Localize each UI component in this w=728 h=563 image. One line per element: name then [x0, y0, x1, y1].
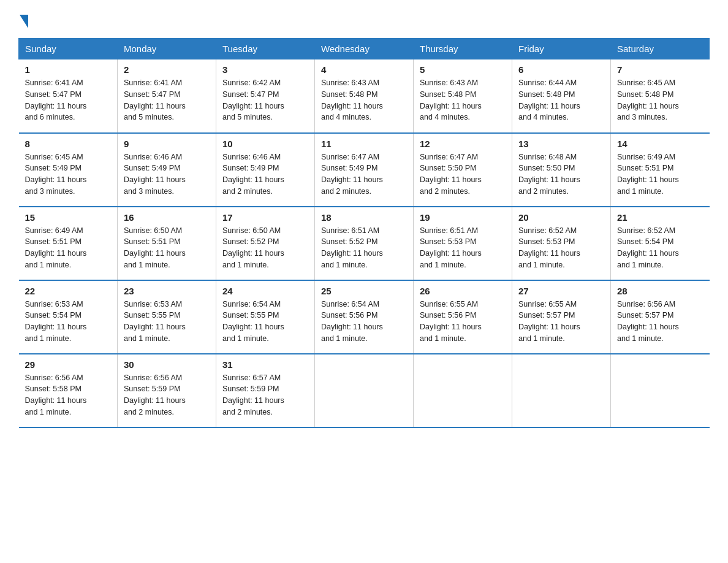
day-number: 10 — [222, 139, 308, 149]
day-info: Sunrise: 6:45 AM Sunset: 5:48 PM Dayligh… — [617, 77, 703, 123]
calendar-cell: 10 Sunrise: 6:46 AM Sunset: 5:49 PM Dayl… — [216, 133, 315, 207]
day-info: Sunrise: 6:45 AM Sunset: 5:49 PM Dayligh… — [25, 151, 112, 197]
day-info: Sunrise: 6:46 AM Sunset: 5:49 PM Dayligh… — [124, 151, 210, 197]
calendar-cell: 18 Sunrise: 6:51 AM Sunset: 5:52 PM Dayl… — [315, 207, 414, 280]
day-number: 31 — [222, 359, 308, 370]
calendar-cell: 31 Sunrise: 6:57 AM Sunset: 5:59 PM Dayl… — [216, 354, 315, 427]
calendar-cell: 14 Sunrise: 6:49 AM Sunset: 5:51 PM Dayl… — [611, 133, 710, 207]
calendar-week-row: 15 Sunrise: 6:49 AM Sunset: 5:51 PM Dayl… — [19, 207, 710, 280]
day-number: 30 — [124, 359, 210, 370]
calendar-cell — [611, 354, 710, 427]
column-header-sunday: Sunday — [19, 39, 118, 59]
calendar-cell: 5 Sunrise: 6:43 AM Sunset: 5:48 PM Dayli… — [414, 59, 512, 133]
calendar-cell: 28 Sunrise: 6:56 AM Sunset: 5:57 PM Dayl… — [611, 280, 710, 354]
calendar-cell: 21 Sunrise: 6:52 AM Sunset: 5:54 PM Dayl… — [611, 207, 710, 280]
day-number: 25 — [321, 286, 407, 296]
day-info: Sunrise: 6:49 AM Sunset: 5:51 PM Dayligh… — [617, 151, 703, 197]
day-info: Sunrise: 6:56 AM Sunset: 5:59 PM Dayligh… — [124, 372, 210, 418]
day-info: Sunrise: 6:49 AM Sunset: 5:51 PM Dayligh… — [25, 225, 112, 271]
day-info: Sunrise: 6:41 AM Sunset: 5:47 PM Dayligh… — [25, 77, 112, 123]
column-header-friday: Friday — [512, 39, 611, 59]
calendar-cell: 4 Sunrise: 6:43 AM Sunset: 5:48 PM Dayli… — [315, 59, 414, 133]
column-header-tuesday: Tuesday — [216, 39, 315, 59]
calendar-cell — [315, 354, 414, 427]
day-number: 3 — [222, 64, 308, 75]
calendar-cell — [512, 354, 611, 427]
day-info: Sunrise: 6:47 AM Sunset: 5:50 PM Dayligh… — [420, 151, 506, 197]
day-number: 17 — [222, 212, 308, 223]
day-info: Sunrise: 6:50 AM Sunset: 5:51 PM Dayligh… — [124, 225, 210, 271]
calendar-cell: 27 Sunrise: 6:55 AM Sunset: 5:57 PM Dayl… — [512, 280, 611, 354]
calendar-cell: 20 Sunrise: 6:52 AM Sunset: 5:53 PM Dayl… — [512, 207, 611, 280]
calendar-cell: 7 Sunrise: 6:45 AM Sunset: 5:48 PM Dayli… — [611, 59, 710, 133]
day-info: Sunrise: 6:47 AM Sunset: 5:49 PM Dayligh… — [321, 151, 407, 197]
day-number: 4 — [321, 64, 407, 75]
calendar-cell: 15 Sunrise: 6:49 AM Sunset: 5:51 PM Dayl… — [19, 207, 118, 280]
day-info: Sunrise: 6:42 AM Sunset: 5:47 PM Dayligh… — [222, 77, 308, 123]
calendar-cell: 26 Sunrise: 6:55 AM Sunset: 5:56 PM Dayl… — [414, 280, 512, 354]
day-number: 8 — [25, 139, 112, 149]
calendar-cell: 22 Sunrise: 6:53 AM Sunset: 5:54 PM Dayl… — [19, 280, 118, 354]
column-header-thursday: Thursday — [414, 39, 512, 59]
calendar-cell: 3 Sunrise: 6:42 AM Sunset: 5:47 PM Dayli… — [216, 59, 315, 133]
day-number: 16 — [124, 212, 210, 223]
day-info: Sunrise: 6:53 AM Sunset: 5:55 PM Dayligh… — [124, 299, 210, 345]
day-info: Sunrise: 6:43 AM Sunset: 5:48 PM Dayligh… — [321, 77, 407, 123]
day-info: Sunrise: 6:51 AM Sunset: 5:53 PM Dayligh… — [420, 225, 506, 271]
day-number: 26 — [420, 286, 506, 296]
calendar-cell — [414, 354, 512, 427]
calendar-cell: 23 Sunrise: 6:53 AM Sunset: 5:55 PM Dayl… — [118, 280, 216, 354]
day-number: 19 — [420, 212, 506, 223]
day-number: 28 — [617, 286, 703, 296]
day-number: 22 — [25, 286, 112, 296]
day-number: 15 — [25, 212, 112, 223]
calendar-week-row: 22 Sunrise: 6:53 AM Sunset: 5:54 PM Dayl… — [19, 280, 710, 354]
logo-triangle-icon — [20, 15, 28, 28]
calendar-cell: 17 Sunrise: 6:50 AM Sunset: 5:52 PM Dayl… — [216, 207, 315, 280]
day-number: 1 — [25, 64, 112, 75]
calendar-header-row: SundayMondayTuesdayWednesdayThursdayFrid… — [19, 39, 710, 59]
day-info: Sunrise: 6:44 AM Sunset: 5:48 PM Dayligh… — [518, 77, 604, 123]
day-number: 5 — [420, 64, 506, 75]
day-number: 21 — [617, 212, 703, 223]
day-number: 20 — [518, 212, 604, 223]
day-info: Sunrise: 6:41 AM Sunset: 5:47 PM Dayligh… — [124, 77, 210, 123]
calendar-cell: 11 Sunrise: 6:47 AM Sunset: 5:49 PM Dayl… — [315, 133, 414, 207]
calendar-week-row: 29 Sunrise: 6:56 AM Sunset: 5:58 PM Dayl… — [19, 354, 710, 427]
calendar-cell: 1 Sunrise: 6:41 AM Sunset: 5:47 PM Dayli… — [19, 59, 118, 133]
day-info: Sunrise: 6:53 AM Sunset: 5:54 PM Dayligh… — [25, 299, 112, 345]
day-info: Sunrise: 6:54 AM Sunset: 5:56 PM Dayligh… — [321, 299, 407, 345]
day-number: 29 — [25, 359, 112, 370]
day-info: Sunrise: 6:55 AM Sunset: 5:56 PM Dayligh… — [420, 299, 506, 345]
day-number: 2 — [124, 64, 210, 75]
day-number: 12 — [420, 139, 506, 149]
day-info: Sunrise: 6:43 AM Sunset: 5:48 PM Dayligh… — [420, 77, 506, 123]
day-info: Sunrise: 6:54 AM Sunset: 5:55 PM Dayligh… — [222, 299, 308, 345]
calendar-week-row: 1 Sunrise: 6:41 AM Sunset: 5:47 PM Dayli… — [19, 59, 710, 133]
calendar-cell: 30 Sunrise: 6:56 AM Sunset: 5:59 PM Dayl… — [118, 354, 216, 427]
day-info: Sunrise: 6:46 AM Sunset: 5:49 PM Dayligh… — [222, 151, 308, 197]
day-number: 14 — [617, 139, 703, 149]
calendar-cell: 19 Sunrise: 6:51 AM Sunset: 5:53 PM Dayl… — [414, 207, 512, 280]
column-header-monday: Monday — [118, 39, 216, 59]
calendar-week-row: 8 Sunrise: 6:45 AM Sunset: 5:49 PM Dayli… — [19, 133, 710, 207]
calendar-cell: 12 Sunrise: 6:47 AM Sunset: 5:50 PM Dayl… — [414, 133, 512, 207]
column-header-saturday: Saturday — [611, 39, 710, 59]
calendar-cell: 24 Sunrise: 6:54 AM Sunset: 5:55 PM Dayl… — [216, 280, 315, 354]
day-number: 13 — [518, 139, 604, 149]
calendar-cell: 9 Sunrise: 6:46 AM Sunset: 5:49 PM Dayli… — [118, 133, 216, 207]
day-info: Sunrise: 6:56 AM Sunset: 5:57 PM Dayligh… — [617, 299, 703, 345]
day-number: 6 — [518, 64, 604, 75]
calendar-cell: 2 Sunrise: 6:41 AM Sunset: 5:47 PM Dayli… — [118, 59, 216, 133]
logo — [18, 12, 28, 26]
day-info: Sunrise: 6:52 AM Sunset: 5:54 PM Dayligh… — [617, 225, 703, 271]
calendar-cell: 16 Sunrise: 6:50 AM Sunset: 5:51 PM Dayl… — [118, 207, 216, 280]
day-number: 7 — [617, 64, 703, 75]
day-info: Sunrise: 6:51 AM Sunset: 5:52 PM Dayligh… — [321, 225, 407, 271]
day-info: Sunrise: 6:57 AM Sunset: 5:59 PM Dayligh… — [222, 372, 308, 418]
day-info: Sunrise: 6:50 AM Sunset: 5:52 PM Dayligh… — [222, 225, 308, 271]
day-info: Sunrise: 6:48 AM Sunset: 5:50 PM Dayligh… — [518, 151, 604, 197]
day-number: 18 — [321, 212, 407, 223]
calendar-cell: 29 Sunrise: 6:56 AM Sunset: 5:58 PM Dayl… — [19, 354, 118, 427]
day-number: 23 — [124, 286, 210, 296]
